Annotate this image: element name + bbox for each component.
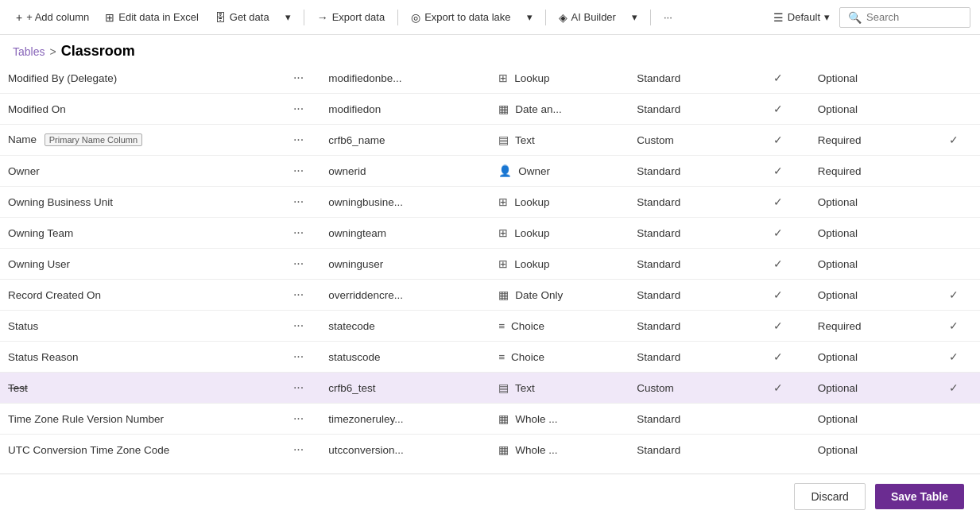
column-type-cell: ⊞ Lookup	[490, 249, 629, 280]
save-table-button[interactable]: Save Table	[875, 484, 964, 509]
row-options-button[interactable]: ···	[290, 379, 307, 396]
table-row[interactable]: Record Created On ··· overriddencre... ▦…	[0, 280, 980, 311]
row-options-button[interactable]: ···	[290, 193, 307, 211]
logical-name-text: modifiedonbe...	[328, 72, 401, 84]
breadcrumb-tables-link[interactable]: Tables	[13, 45, 45, 58]
logical-name-text: statecode	[328, 320, 375, 332]
row-options-button[interactable]: ···	[290, 162, 307, 180]
row-options-button[interactable]: ···	[290, 348, 307, 365]
toolbar: + + Add column ⊞ Edit data in Excel 🗄 Ge…	[0, 0, 980, 35]
logical-name-text: owningbusine...	[328, 196, 403, 208]
table-row[interactable]: Name Primary Name Column ··· crfb6_name …	[0, 125, 980, 156]
column-options-cell: ···	[277, 404, 320, 435]
required-text: Optional	[818, 382, 858, 394]
column-name-text: Owning User	[8, 258, 70, 270]
column-name-text: Test	[8, 382, 28, 394]
column-logical-cell: overriddencre...	[320, 280, 490, 311]
column-logical-cell: modifiedon	[320, 94, 490, 125]
type-text: Whole ...	[515, 413, 557, 425]
add-column-button[interactable]: + + Add column	[10, 8, 95, 27]
column-options-cell: ···	[277, 218, 320, 249]
column-required-cell: Optional	[810, 249, 927, 280]
column-name-cell: Modified On	[0, 94, 277, 125]
column-name-text: Record Created On	[8, 289, 101, 301]
row-options-button[interactable]: ···	[290, 441, 307, 458]
get-data-dropdown[interactable]: ▾	[279, 8, 297, 26]
required-text: Optional	[818, 196, 858, 208]
edit-excel-button[interactable]: ⊞ Edit data in Excel	[99, 8, 204, 27]
type-text: Lookup	[514, 258, 549, 270]
column-managed-cell: Standard	[629, 404, 746, 435]
column-name-cell: Test	[0, 373, 277, 404]
column-options-cell: ···	[277, 249, 320, 280]
column-managed-cell: Standard	[629, 311, 746, 342]
search-input[interactable]	[866, 11, 962, 23]
column-check2-cell: ✓	[927, 311, 980, 342]
column-type-cell: ▦ Whole ...	[490, 435, 629, 466]
export-lake-button[interactable]: ◎ Export to data lake	[405, 8, 517, 27]
logical-name-text: owningteam	[328, 227, 386, 239]
searchable-check: ✓	[773, 165, 783, 177]
table-row[interactable]: Owning Business Unit ··· owningbusine...…	[0, 187, 980, 218]
column-type-cell: ≡ Choice	[490, 311, 629, 342]
row-options-button[interactable]: ···	[290, 131, 307, 149]
table-container[interactable]: Modified By (Delegate) ··· modifiedonbe.…	[0, 63, 980, 465]
export-lake-dropdown[interactable]: ▾	[521, 8, 539, 26]
table-row[interactable]: Modified By (Delegate) ··· modifiedonbe.…	[0, 63, 980, 94]
type-icon: ▦	[498, 444, 509, 456]
row-options-button[interactable]: ···	[290, 286, 307, 303]
row-options-button[interactable]: ···	[290, 410, 307, 427]
searchable-check: ✓	[773, 382, 783, 394]
column-type-cell: ▤ Text	[490, 373, 629, 404]
column-name-text: Modified By (Delegate)	[8, 72, 117, 84]
managed-text: Standard	[637, 413, 680, 425]
default-view-button[interactable]: ☰ Default ▾	[767, 8, 836, 27]
export-data-button[interactable]: → Export data	[311, 8, 392, 27]
required-text: Optional	[818, 289, 858, 301]
column-searchable-cell: ✓	[746, 280, 810, 311]
column-name-cell: UTC Conversion Time Zone Code	[0, 435, 277, 466]
type-text: Lookup	[514, 227, 549, 239]
column-name-text: Owning Team	[8, 227, 73, 239]
more-button[interactable]: ···	[657, 8, 679, 26]
table-row[interactable]: Status Reason ··· statuscode ≡ Choice St…	[0, 342, 980, 373]
required-text: Required	[818, 165, 862, 177]
type-text: Lookup	[514, 196, 549, 208]
column-type-cell: ⊞ Lookup	[490, 63, 629, 94]
get-data-button[interactable]: 🗄 Get data	[208, 8, 276, 27]
columns-table: Modified By (Delegate) ··· modifiedonbe.…	[0, 63, 980, 465]
table-row[interactable]: Owner ··· ownerid 👤 Owner Standard ✓ Req…	[0, 156, 980, 187]
column-options-cell: ···	[277, 94, 320, 125]
row-options-button[interactable]: ···	[290, 69, 307, 87]
type-icon: 👤	[498, 165, 512, 177]
managed-text: Standard	[637, 72, 680, 84]
table-row[interactable]: Owning User ··· owninguser ⊞ Lookup Stan…	[0, 249, 980, 280]
column-name-cell: Owning Team	[0, 218, 277, 249]
column-name-text: Status Reason	[8, 351, 79, 363]
required-text: Optional	[818, 351, 858, 363]
column-options-cell: ···	[277, 311, 320, 342]
column-required-cell: Required	[810, 311, 927, 342]
table-row[interactable]: Test ··· crfb6_test ▤ Text Custom ✓ Opti…	[0, 373, 980, 404]
table-row[interactable]: Owning Team ··· owningteam ⊞ Lookup Stan…	[0, 218, 980, 249]
ai-builder-button[interactable]: ◈ AI Builder	[552, 8, 622, 27]
column-required-cell: Optional	[810, 404, 927, 435]
column-logical-cell: crfb6_test	[320, 373, 490, 404]
row-options-button[interactable]: ···	[290, 224, 307, 242]
logical-name-text: statuscode	[328, 351, 380, 363]
column-managed-cell: Standard	[629, 342, 746, 373]
row-options-button[interactable]: ···	[290, 317, 307, 334]
search-box[interactable]: 🔍	[839, 7, 970, 28]
table-row[interactable]: Status ··· statecode ≡ Choice Standard ✓…	[0, 311, 980, 342]
discard-button[interactable]: Discard	[794, 483, 865, 510]
column-searchable-cell: ✓	[746, 187, 810, 218]
row-options-button[interactable]: ···	[290, 255, 307, 273]
row-options-button[interactable]: ···	[290, 100, 307, 118]
check2-icon: ✓	[949, 351, 959, 363]
table-row[interactable]: Modified On ··· modifiedon ▦ Date an... …	[0, 94, 980, 125]
table-row[interactable]: Time Zone Rule Version Number ··· timezo…	[0, 404, 980, 435]
column-logical-cell: modifiedonbe...	[320, 63, 490, 94]
table-row[interactable]: UTC Conversion Time Zone Code ··· utccon…	[0, 435, 980, 466]
column-managed-cell: Standard	[629, 280, 746, 311]
ai-builder-dropdown[interactable]: ▾	[626, 8, 644, 26]
